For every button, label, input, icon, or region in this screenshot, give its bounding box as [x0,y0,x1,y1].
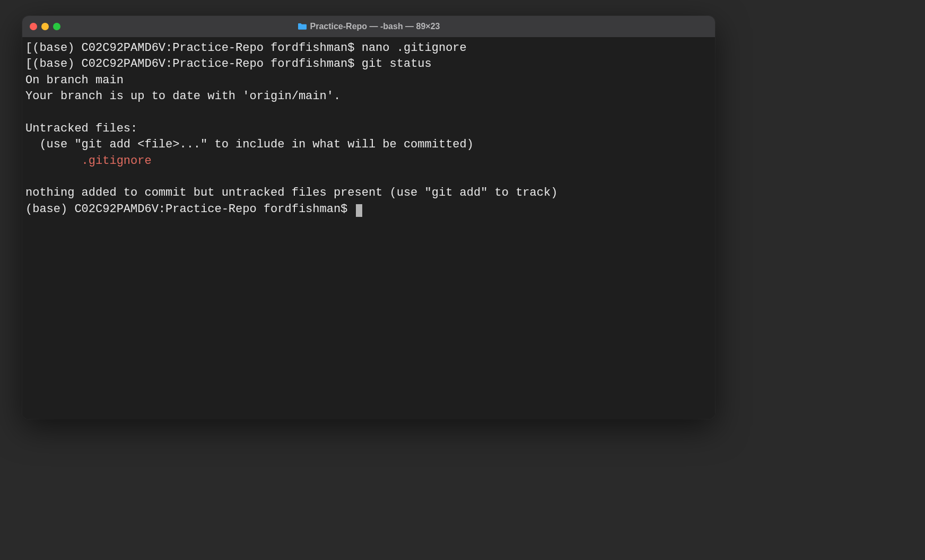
minimize-icon[interactable] [41,23,49,30]
terminal-window: Practice-Repo — -bash — 89×23 [(base) C0… [22,16,715,419]
zoom-icon[interactable] [53,23,60,30]
window-title: Practice-Repo — -bash — 89×23 [22,22,715,31]
command-1: nano .gitignore [362,41,467,55]
output-nothing-added: nothing added to commit but untracked fi… [25,185,712,201]
bracket-open: [ [25,41,32,55]
terminal-body[interactable]: [(base) C02C92PAMD6V:Practice-Repo fordf… [22,37,715,419]
prompt-line-2: [(base) C02C92PAMD6V:Practice-Repo fordf… [25,56,712,72]
cursor-icon [356,204,362,217]
close-icon[interactable] [30,23,37,30]
blank-line [25,104,712,120]
output-untracked-file: .gitignore [25,153,712,169]
traffic-lights [30,23,60,30]
titlebar[interactable]: Practice-Repo — -bash — 89×23 [22,16,715,37]
blank-line [25,169,712,185]
prompt-line-1: [(base) C02C92PAMD6V:Practice-Repo fordf… [25,40,712,56]
output-untracked-header: Untracked files: [25,121,712,137]
window-title-text: Practice-Repo — -bash — 89×23 [310,22,440,31]
output-branch: On branch main [25,73,712,89]
desktop-background: Practice-Repo — -bash — 89×23 [(base) C0… [0,0,925,560]
bracket-open: [ [25,57,32,71]
prompt-text: (base) C02C92PAMD6V:Practice-Repo fordfi… [32,41,362,55]
folder-icon [298,23,307,30]
prompt-line-3: (base) C02C92PAMD6V:Practice-Repo fordfi… [25,202,712,217]
output-uptodate: Your branch is up to date with 'origin/m… [25,89,712,104]
output-untracked-hint: (use "git add <file>..." to include in w… [25,137,712,153]
command-2: git status [362,57,432,71]
prompt-text: (base) C02C92PAMD6V:Practice-Repo fordfi… [32,57,362,71]
prompt-text: (base) C02C92PAMD6V:Practice-Repo fordfi… [25,203,355,216]
